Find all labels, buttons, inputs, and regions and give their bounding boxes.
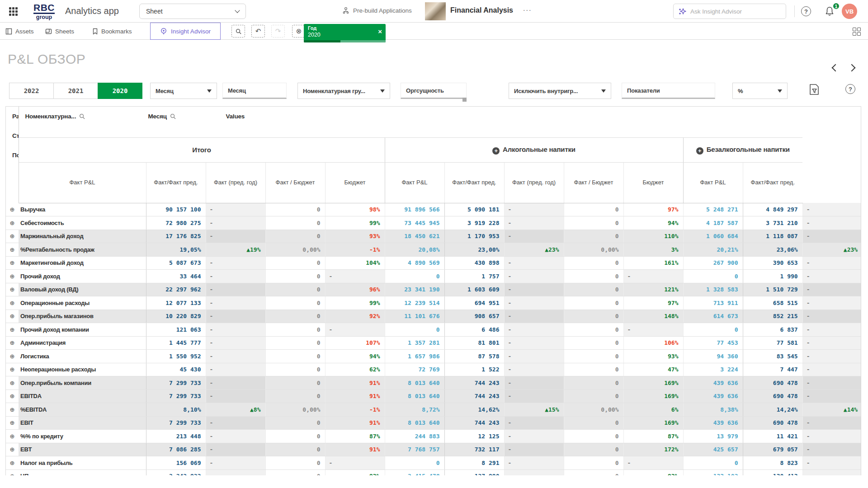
data-cell[interactable]: 0 xyxy=(265,256,325,270)
data-cell[interactable]: - xyxy=(206,283,265,296)
data-cell[interactable]: 0,00% xyxy=(564,243,623,257)
data-cell[interactable]: 127 990 xyxy=(444,469,504,475)
data-cell[interactable]: 658 515 xyxy=(743,296,802,310)
data-cell[interactable]: - xyxy=(504,283,564,296)
data-cell[interactable]: 17 176 825 xyxy=(146,230,206,243)
data-cell[interactable]: 12 077 133 xyxy=(146,296,206,310)
row-label[interactable]: Маржинальный доход xyxy=(19,230,146,243)
data-cell[interactable]: 93% xyxy=(325,469,385,475)
data-cell[interactable]: ▲23% xyxy=(504,243,564,257)
data-cell[interactable]: 6% xyxy=(623,403,683,417)
data-cell[interactable]: 93% xyxy=(325,230,385,243)
data-cell[interactable]: 0 xyxy=(265,216,325,230)
year-button-2020[interactable]: 2020 xyxy=(98,83,142,99)
data-cell[interactable]: 1 510 729 xyxy=(743,283,802,296)
data-cell[interactable]: 439 636 xyxy=(683,389,743,403)
data-cell[interactable]: - xyxy=(504,469,564,475)
measure-header[interactable]: Факт P&L xyxy=(385,162,444,203)
data-cell[interactable]: 7 086 285 xyxy=(146,443,206,456)
measure-header[interactable]: Факт / Бюджет xyxy=(265,162,325,203)
row-label[interactable]: Неоперационные расходы xyxy=(19,363,146,376)
expand-row-icon[interactable]: ⊕ xyxy=(6,469,19,475)
data-cell[interactable]: 1 170 953 xyxy=(444,230,504,243)
data-cell[interactable]: 3 224 xyxy=(683,363,743,376)
data-cell[interactable]: 7 299 733 xyxy=(146,389,206,403)
dimension-link[interactable]: Статья P&L xyxy=(12,132,19,139)
expand-row-icon[interactable]: ⊕ xyxy=(6,270,19,283)
data-cell[interactable]: - xyxy=(206,376,265,390)
data-cell[interactable]: 0 xyxy=(564,363,623,376)
data-cell[interactable]: 0 xyxy=(564,270,623,283)
data-cell[interactable]: 8,72% xyxy=(385,403,444,417)
data-cell[interactable]: - xyxy=(802,323,861,337)
data-cell[interactable]: 62% xyxy=(325,363,385,376)
nomenclature-dropdown[interactable]: Номенклатурная гру... xyxy=(297,83,390,99)
data-cell[interactable]: 744 243 xyxy=(444,376,504,390)
data-cell[interactable]: 121% xyxy=(623,283,683,296)
data-cell[interactable]: - xyxy=(325,456,385,470)
expand-row-icon[interactable]: ⊕ xyxy=(6,216,19,230)
data-cell[interactable]: 0 xyxy=(265,363,325,376)
data-cell[interactable]: - xyxy=(504,336,564,350)
percent-dropdown[interactable]: % xyxy=(732,83,788,99)
data-cell[interactable]: 8 013 640 xyxy=(385,389,444,403)
data-cell[interactable]: 0 xyxy=(265,296,325,310)
data-cell[interactable]: 0 xyxy=(385,323,444,337)
data-cell[interactable]: 0 xyxy=(265,283,325,296)
data-cell[interactable]: 12 239 514 xyxy=(385,296,444,310)
data-cell[interactable]: 94% xyxy=(623,216,683,230)
data-cell[interactable]: - xyxy=(206,256,265,270)
expand-row-icon[interactable]: ⊕ xyxy=(6,443,19,456)
expand-row-icon[interactable]: ⊕ xyxy=(6,430,19,443)
data-cell[interactable]: 110% xyxy=(623,230,683,243)
data-cell[interactable]: 133 102 xyxy=(683,469,743,475)
data-cell[interactable]: - xyxy=(802,230,861,243)
data-cell[interactable]: - xyxy=(206,323,265,337)
data-cell[interactable]: 107% xyxy=(325,336,385,350)
data-cell[interactable]: 169% xyxy=(623,376,683,390)
data-cell[interactable]: - xyxy=(504,350,564,363)
expand-row-icon[interactable]: ⊕ xyxy=(6,376,19,390)
data-cell[interactable]: ▲23% xyxy=(802,243,861,257)
data-cell[interactable]: 77 581 xyxy=(743,336,802,350)
data-cell[interactable]: 169% xyxy=(623,389,683,403)
data-cell[interactable]: 0 xyxy=(564,456,623,470)
data-cell[interactable]: 4 890 569 xyxy=(385,256,444,270)
data-cell[interactable]: - xyxy=(802,456,861,470)
data-cell[interactable]: 81 801 xyxy=(444,336,504,350)
data-cell[interactable]: 430 898 xyxy=(444,256,504,270)
data-cell[interactable]: - xyxy=(504,376,564,390)
bookmarks-tab[interactable]: Bookmarks xyxy=(92,23,132,40)
data-cell[interactable]: 45 430 xyxy=(146,363,206,376)
row-label[interactable]: ЧП xyxy=(19,469,146,475)
data-cell[interactable]: 172% xyxy=(623,443,683,456)
data-cell[interactable]: - xyxy=(206,416,265,430)
data-cell[interactable]: 169% xyxy=(623,416,683,430)
data-cell[interactable]: - xyxy=(206,350,265,363)
expand-row-icon[interactable]: ⊕ xyxy=(6,203,19,216)
data-cell[interactable]: - xyxy=(802,336,861,350)
dimension-link[interactable]: Раздел P&L xyxy=(12,113,19,120)
data-cell[interactable]: 0 xyxy=(683,270,743,283)
data-cell[interactable]: 0 xyxy=(265,389,325,403)
row-label[interactable]: Маркетинговый доход xyxy=(19,256,146,270)
data-cell[interactable]: - xyxy=(802,363,861,376)
sheet-filter-icon[interactable] xyxy=(808,84,820,96)
data-cell[interactable]: 3 731 210 xyxy=(743,216,802,230)
data-cell[interactable]: - xyxy=(504,389,564,403)
data-cell[interactable]: - xyxy=(206,296,265,310)
data-cell[interactable]: 0 xyxy=(683,456,743,470)
data-cell[interactable]: 10 220 829 xyxy=(146,310,206,323)
data-cell[interactable]: - xyxy=(504,456,564,470)
row-label[interactable]: Прочий доход xyxy=(19,270,146,283)
data-cell[interactable]: 690 478 xyxy=(743,376,802,390)
indicators-listbox[interactable]: Показатели xyxy=(622,83,715,99)
data-cell[interactable]: 3 919 228 xyxy=(444,216,504,230)
data-cell[interactable]: - xyxy=(206,216,265,230)
data-cell[interactable]: 73 445 945 xyxy=(385,216,444,230)
data-cell[interactable]: 83 545 xyxy=(743,350,802,363)
sheet-grid-icon[interactable] xyxy=(853,28,861,36)
data-cell[interactable]: 33 464 xyxy=(146,270,206,283)
data-cell[interactable]: 121 063 xyxy=(146,323,206,337)
data-cell[interactable]: - xyxy=(206,389,265,403)
